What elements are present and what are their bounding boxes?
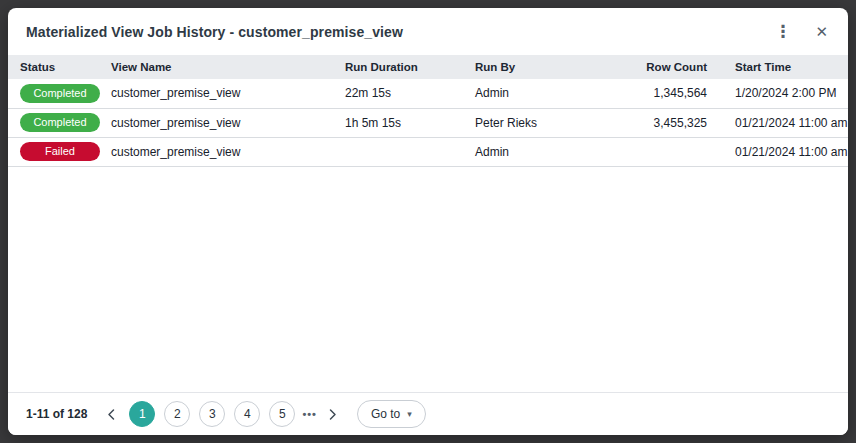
view-name-cell: customer_premise_view: [111, 79, 345, 108]
view-name-cell: customer_premise_view: [111, 137, 345, 166]
empty-area: [8, 167, 848, 393]
pager: 1 2 3 4 5 •••: [103, 401, 341, 427]
pagination-bar: 1-11 of 128 1 2 3 4 5 ••• Go to ▾: [8, 392, 848, 435]
table-row: Failed customer_premise_view Admin 01/21…: [8, 137, 848, 166]
job-history-table: Status View Name Run Duration Run By Row…: [8, 55, 848, 167]
status-badge: Completed: [20, 84, 100, 103]
row-count-cell: [615, 137, 715, 166]
previous-page-icon[interactable]: [103, 408, 120, 421]
next-page-icon[interactable]: [324, 408, 341, 421]
page-button-3[interactable]: 3: [199, 401, 225, 427]
page-button-2[interactable]: 2: [164, 401, 190, 427]
pager-ellipsis: •••: [302, 408, 317, 420]
page-button-1[interactable]: 1: [129, 401, 155, 427]
start-time-cell: 01/21/2024 11:00 am: [715, 108, 848, 137]
run-by-cell: Peter Rieks: [475, 108, 615, 137]
page-button-4[interactable]: 4: [234, 401, 260, 427]
table-row: Completed customer_premise_view 1h 5m 15…: [8, 108, 848, 137]
status-badge: Completed: [20, 113, 100, 132]
run-by-cell: Admin: [475, 79, 615, 108]
close-icon[interactable]: ✕: [813, 22, 830, 41]
view-name-cell: customer_premise_view: [111, 108, 345, 137]
run-duration-cell: [345, 137, 475, 166]
chevron-right-icon: [326, 408, 339, 421]
column-header-run-by: Run By: [475, 55, 615, 79]
dialog-title: Materialized View Job History - customer…: [26, 24, 403, 40]
kebab-menu-icon[interactable]: ⋮: [772, 21, 793, 42]
goto-page-dropdown[interactable]: Go to ▾: [357, 400, 426, 428]
start-time-cell: 1/20/2024 2:00 PM: [715, 79, 848, 108]
start-time-cell: 01/21/2024 11:00 am: [715, 137, 848, 166]
column-header-status: Status: [8, 55, 111, 79]
column-header-start-time: Start Time: [715, 55, 848, 79]
column-header-run-duration: Run Duration: [345, 55, 475, 79]
page-button-5[interactable]: 5: [269, 401, 295, 427]
run-by-cell: Admin: [475, 137, 615, 166]
row-count-cell: 3,455,325: [615, 108, 715, 137]
table-row: Completed customer_premise_view 22m 15s …: [8, 79, 848, 108]
goto-label: Go to: [371, 407, 400, 421]
run-duration-cell: 1h 5m 15s: [345, 108, 475, 137]
dialog-actions: ⋮ ✕: [772, 21, 830, 42]
column-header-view-name: View Name: [111, 55, 345, 79]
dialog-header: Materialized View Job History - customer…: [8, 8, 848, 55]
column-header-row-count: Row Count: [615, 55, 715, 79]
run-duration-cell: 22m 15s: [345, 79, 475, 108]
row-count-cell: 1,345,564: [615, 79, 715, 108]
chevron-left-icon: [105, 408, 118, 421]
status-badge: Failed: [20, 142, 100, 161]
table-header-row: Status View Name Run Duration Run By Row…: [8, 55, 848, 79]
chevron-down-icon: ▾: [407, 410, 412, 419]
pagination-range-label: 1-11 of 128: [26, 407, 87, 421]
job-history-dialog: Materialized View Job History - customer…: [8, 8, 848, 435]
